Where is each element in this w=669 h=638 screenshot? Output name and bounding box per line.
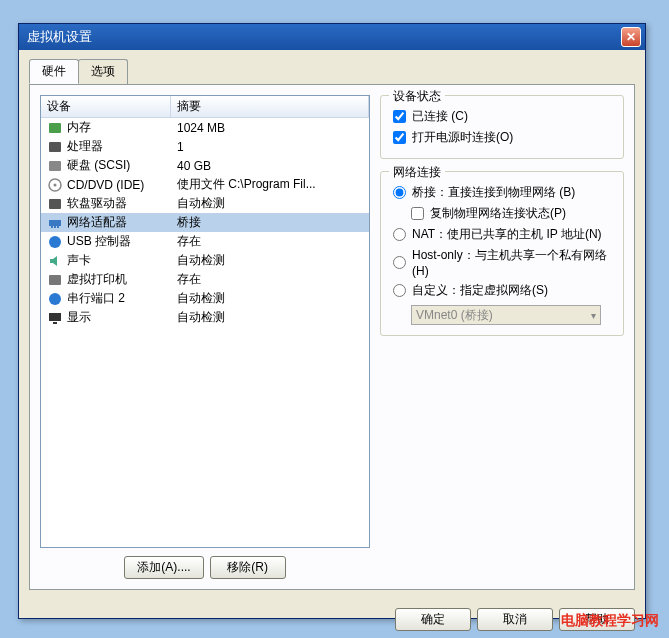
hardware-row-summary: 40 GB bbox=[173, 159, 367, 173]
radio-hostonly[interactable]: Host-only：与主机共享一个私有网络(H) bbox=[393, 245, 613, 280]
hardware-row[interactable]: 内存1024 MB bbox=[41, 118, 369, 137]
hardware-row[interactable]: 处理器1 bbox=[41, 137, 369, 156]
disk-icon bbox=[47, 158, 63, 174]
content: 硬件 选项 设备 摘要 内存1024 MB处理器1硬盘 (SCSI)40 GBC… bbox=[19, 50, 645, 600]
hardware-row-name: CD/DVD (IDE) bbox=[67, 178, 144, 192]
chk-replicate-label: 复制物理网络连接状态(P) bbox=[430, 205, 566, 222]
vnet-select[interactable]: VMnet0 (桥接) ▾ bbox=[411, 305, 601, 325]
right-column: 设备状态 已连接 (C) 打开电源时连接(O) 网络连接 桥接：直接连接到物理网… bbox=[380, 95, 624, 579]
close-button[interactable]: ✕ bbox=[621, 27, 641, 47]
col-device[interactable]: 设备 bbox=[41, 96, 171, 117]
svg-rect-8 bbox=[54, 226, 56, 228]
chk-replicate[interactable]: 复制物理网络连接状态(P) bbox=[393, 203, 613, 224]
chk-connect-poweron-input[interactable] bbox=[393, 131, 406, 144]
chk-connected-label: 已连接 (C) bbox=[412, 108, 468, 125]
hardware-row[interactable]: 声卡自动检测 bbox=[41, 251, 369, 270]
group-device-status-title: 设备状态 bbox=[389, 88, 445, 105]
hardware-rows: 内存1024 MB处理器1硬盘 (SCSI)40 GBCD/DVD (IDE)使… bbox=[41, 118, 369, 327]
dialog-title: 虚拟机设置 bbox=[27, 28, 92, 46]
radio-bridged[interactable]: 桥接：直接连接到物理网络 (B) bbox=[393, 182, 613, 203]
radio-custom[interactable]: 自定义：指定虚拟网络(S) bbox=[393, 280, 613, 301]
hardware-row-name: 虚拟打印机 bbox=[67, 271, 127, 288]
hardware-row-summary: 存在 bbox=[173, 233, 367, 250]
dialog-footer: 确定 取消 帮助 bbox=[19, 600, 645, 638]
add-button[interactable]: 添加(A).... bbox=[124, 556, 203, 579]
tab-bar: 硬件 选项 bbox=[29, 59, 635, 85]
svg-rect-14 bbox=[49, 313, 61, 321]
floppy-icon bbox=[47, 196, 63, 212]
sound-icon bbox=[47, 253, 63, 269]
hardware-row-name: 硬盘 (SCSI) bbox=[67, 157, 130, 174]
svg-rect-9 bbox=[57, 226, 59, 228]
hardware-row-summary: 自动检测 bbox=[173, 195, 367, 212]
hardware-row-name: 软盘驱动器 bbox=[67, 195, 127, 212]
hardware-buttons: 添加(A).... 移除(R) bbox=[40, 548, 370, 579]
tab-hardware[interactable]: 硬件 bbox=[29, 59, 79, 84]
hardware-row-summary: 桥接 bbox=[173, 214, 367, 231]
hardware-row[interactable]: 虚拟打印机存在 bbox=[41, 270, 369, 289]
svg-rect-1 bbox=[49, 142, 61, 152]
display-icon bbox=[47, 310, 63, 326]
radio-bridged-input[interactable] bbox=[393, 186, 406, 199]
hardware-row-name: USB 控制器 bbox=[67, 233, 131, 250]
radio-nat-label: NAT：使用已共享的主机 IP 地址(N) bbox=[412, 226, 602, 243]
nic-icon bbox=[47, 215, 63, 231]
group-network-conn-title: 网络连接 bbox=[389, 164, 445, 181]
hardware-row[interactable]: CD/DVD (IDE)使用文件 C:\Program Fil... bbox=[41, 175, 369, 194]
radio-bridged-label: 桥接：直接连接到物理网络 (B) bbox=[412, 184, 575, 201]
radio-nat-input[interactable] bbox=[393, 228, 406, 241]
hardware-row[interactable]: 硬盘 (SCSI)40 GB bbox=[41, 156, 369, 175]
svg-rect-5 bbox=[49, 199, 61, 209]
hardware-row[interactable]: 显示自动检测 bbox=[41, 308, 369, 327]
tab-options[interactable]: 选项 bbox=[78, 59, 128, 84]
hardware-row-summary: 自动检测 bbox=[173, 252, 367, 269]
tab-panel: 设备 摘要 内存1024 MB处理器1硬盘 (SCSI)40 GBCD/DVD … bbox=[29, 84, 635, 590]
hardware-row-name: 显示 bbox=[67, 309, 91, 326]
col-summary[interactable]: 摘要 bbox=[171, 96, 369, 117]
radio-hostonly-label: Host-only：与主机共享一个私有网络(H) bbox=[412, 247, 613, 278]
radio-custom-label: 自定义：指定虚拟网络(S) bbox=[412, 282, 548, 299]
hardware-row[interactable]: 软盘驱动器自动检测 bbox=[41, 194, 369, 213]
hardware-row-summary: 自动检测 bbox=[173, 290, 367, 307]
cancel-button[interactable]: 取消 bbox=[477, 608, 553, 631]
chk-connected-input[interactable] bbox=[393, 110, 406, 123]
chk-connect-poweron-label: 打开电源时连接(O) bbox=[412, 129, 513, 146]
svg-rect-6 bbox=[49, 220, 61, 226]
hardware-row-summary: 使用文件 C:\Program Fil... bbox=[173, 176, 367, 193]
radio-hostonly-input[interactable] bbox=[393, 256, 406, 269]
vm-settings-dialog: 虚拟机设置 ✕ 硬件 选项 设备 摘要 内存1024 MB处理器1硬盘 (SCS… bbox=[18, 23, 646, 619]
svg-rect-12 bbox=[49, 275, 61, 285]
hardware-row-summary: 自动检测 bbox=[173, 309, 367, 326]
radio-custom-input[interactable] bbox=[393, 284, 406, 297]
svg-point-13 bbox=[49, 293, 61, 305]
hardware-row-summary: 1 bbox=[173, 140, 367, 154]
hardware-row-summary: 1024 MB bbox=[173, 121, 367, 135]
hardware-row[interactable]: USB 控制器存在 bbox=[41, 232, 369, 251]
ok-button[interactable]: 确定 bbox=[395, 608, 471, 631]
serial-icon bbox=[47, 291, 63, 307]
titlebar[interactable]: 虚拟机设置 ✕ bbox=[19, 24, 645, 50]
hardware-list: 设备 摘要 内存1024 MB处理器1硬盘 (SCSI)40 GBCD/DVD … bbox=[40, 95, 370, 548]
hardware-row-name: 串行端口 2 bbox=[67, 290, 125, 307]
hardware-row-name: 网络适配器 bbox=[67, 214, 127, 231]
svg-point-10 bbox=[49, 236, 61, 248]
left-column: 设备 摘要 内存1024 MB处理器1硬盘 (SCSI)40 GBCD/DVD … bbox=[40, 95, 370, 579]
radio-nat[interactable]: NAT：使用已共享的主机 IP 地址(N) bbox=[393, 224, 613, 245]
svg-point-4 bbox=[54, 183, 57, 186]
chk-replicate-input[interactable] bbox=[411, 207, 424, 220]
hardware-row-name: 处理器 bbox=[67, 138, 103, 155]
svg-rect-0 bbox=[49, 123, 61, 133]
help-button[interactable]: 帮助 bbox=[559, 608, 635, 631]
chk-connected[interactable]: 已连接 (C) bbox=[393, 106, 613, 127]
hardware-list-header: 设备 摘要 bbox=[41, 96, 369, 118]
group-device-status: 设备状态 已连接 (C) 打开电源时连接(O) bbox=[380, 95, 624, 159]
chevron-down-icon: ▾ bbox=[591, 310, 596, 321]
remove-button[interactable]: 移除(R) bbox=[210, 556, 286, 579]
memory-icon bbox=[47, 120, 63, 136]
cd-icon bbox=[47, 177, 63, 193]
svg-rect-15 bbox=[53, 322, 57, 324]
hardware-row[interactable]: 串行端口 2自动检测 bbox=[41, 289, 369, 308]
hardware-row[interactable]: 网络适配器桥接 bbox=[41, 213, 369, 232]
printer-icon bbox=[47, 272, 63, 288]
chk-connect-poweron[interactable]: 打开电源时连接(O) bbox=[393, 127, 613, 148]
